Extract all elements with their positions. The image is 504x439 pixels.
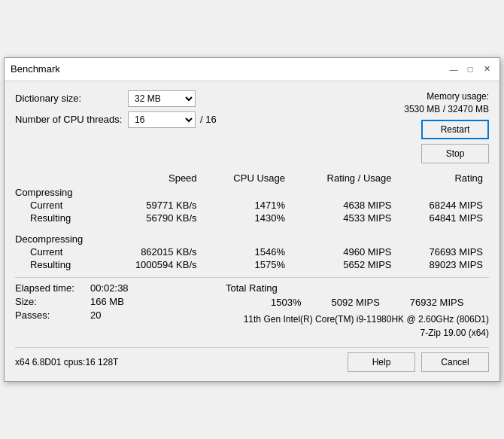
cancel-button[interactable]: Cancel [421,352,489,372]
window-title: Benchmark [11,63,60,75]
passes-row: Passes: 20 [15,309,226,321]
bottom-bar: x64 6.8D01 cpus:16 128T Help Cancel [15,347,489,372]
cpu-threads-select[interactable]: 16 [128,111,196,128]
system-info: 11th Gen Intel(R) Core(TM) i9-11980HK @ … [226,312,489,340]
size-label: Size: [15,296,90,307]
total-rating: 76932 MIPS [410,297,464,308]
row-value: 1000594 KB/s [101,258,203,271]
row-label: Resulting [15,212,101,224]
size-value: 166 MB [90,296,124,307]
dict-size-row: Dictionary size: 32 MB [15,90,404,107]
cpu-threads-row: Number of CPU threads: 16 / 16 [15,111,404,128]
benchmark-table: Speed CPU Usage Rating / Usage Rating Co… [15,171,489,271]
table-row: Resulting1000594 KB/s1575%5652 MIPS89023… [15,258,489,271]
elapsed-label: Elapsed time: [15,282,90,294]
memory-value: 3530 MB / 32470 MB [404,103,489,116]
row-value: 76693 MIPS [398,245,489,258]
size-row: Size: 166 MB [15,296,226,307]
minimize-button[interactable]: — [447,62,460,76]
row-label: Current [15,199,101,212]
passes-label: Passes: [15,309,90,321]
right-controls: Memory usage: 3530 MB / 32470 MB Restart… [404,90,489,164]
summary-left: Elapsed time: 00:02:38 Size: 166 MB Pass… [15,282,226,340]
summary-right: Total Rating 1503% 5092 MIPS 76932 MIPS … [226,282,489,340]
window-controls: — □ ✕ [447,62,493,76]
system-info-line1: 11th Gen Intel(R) Core(TM) i9-11980HK @ … [226,312,489,326]
restart-button[interactable]: Restart [421,120,489,139]
row-value: 4960 MIPS [291,245,398,258]
col-header-rating: Rating [398,171,489,185]
table-row: Current862015 KB/s1546%4960 MIPS76693 MI… [15,245,489,258]
benchmark-window: Benchmark — □ ✕ Dictionary size: 32 MB N… [4,57,500,383]
table-row: Resulting56790 KB/s1430%4533 MIPS64841 M… [15,212,489,224]
version-info: x64 6.8D01 cpus:16 128T [15,357,118,367]
col-header-cpu: CPU Usage [203,171,291,185]
cpu-threads-label: Number of CPU threads: [15,114,128,125]
elapsed-value: 00:02:38 [90,282,129,294]
section-header-row: Decompressing [15,224,489,245]
row-value: 68244 MIPS [398,199,489,212]
passes-value: 20 [90,309,101,321]
dict-size-select[interactable]: 32 MB [128,90,196,107]
main-content: Dictionary size: 32 MB Number of CPU thr… [5,81,499,382]
col-header-speed: Speed [101,171,203,185]
table-header-row: Speed CPU Usage Rating / Usage Rating [15,171,489,185]
row-value: 4638 MIPS [291,199,398,212]
row-value: 1575% [203,258,291,271]
col-header-name [15,171,101,185]
row-value: 5652 MIPS [291,258,398,271]
total-rating-values: 1503% 5092 MIPS 76932 MIPS [226,297,489,308]
summary-section: Elapsed time: 00:02:38 Size: 166 MB Pass… [15,277,489,340]
row-value: 1471% [203,199,291,212]
row-value: 64841 MIPS [398,212,489,224]
titlebar: Benchmark — □ ✕ [5,58,499,81]
total-mips: 5092 MIPS [331,297,379,308]
cpu-threads-suffix: / 16 [200,114,217,125]
row-value: 1430% [203,212,291,224]
row-value: 59771 KB/s [101,199,203,212]
maximize-button[interactable]: □ [463,62,477,76]
section-header-row: Compressing [15,185,489,199]
row-value: 862015 KB/s [101,245,203,258]
section-name: Decompressing [15,224,489,245]
elapsed-row: Elapsed time: 00:02:38 [15,282,226,294]
row-value: 56790 KB/s [101,212,203,224]
close-button[interactable]: ✕ [480,62,493,76]
table-row: Current59771 KB/s1471%4638 MIPS68244 MIP… [15,199,489,212]
benchmark-table-wrapper: Speed CPU Usage Rating / Usage Rating Co… [15,171,489,271]
left-controls: Dictionary size: 32 MB Number of CPU thr… [15,90,404,133]
row-label: Current [15,245,101,258]
memory-usage: Memory usage: 3530 MB / 32470 MB [404,90,489,116]
system-info-line2: 7-Zip 19.00 (x64) [226,326,489,340]
dict-size-label: Dictionary size: [15,93,128,104]
top-controls: Dictionary size: 32 MB Number of CPU thr… [15,90,489,164]
help-button[interactable]: Help [348,352,415,372]
stop-button[interactable]: Stop [421,144,489,163]
section-name: Compressing [15,185,489,199]
col-header-rating-usage: Rating / Usage [291,171,398,185]
row-value: 4533 MIPS [291,212,398,224]
bottom-buttons: Help Cancel [348,352,489,372]
total-rating-label: Total Rating [226,282,489,294]
memory-label: Memory usage: [404,90,489,103]
total-cpu-usage: 1503% [271,297,301,308]
row-label: Resulting [15,258,101,271]
row-value: 89023 MIPS [398,258,489,271]
row-value: 1546% [203,245,291,258]
